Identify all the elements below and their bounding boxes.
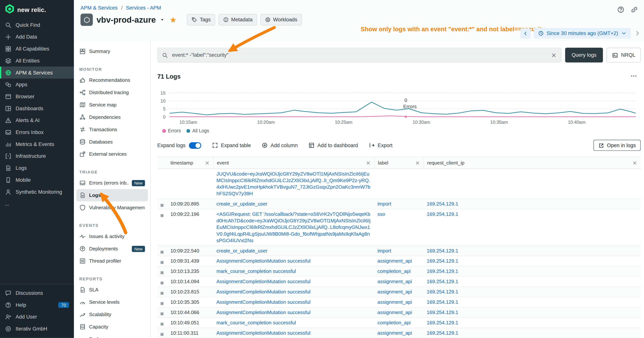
log-row[interactable]: 10:10:49.051 mark_course_completion succ… [157,318,641,328]
subnav-entry-reports[interactable]: REPORTS [76,274,148,284]
subnav-entry-monitor[interactable]: MONITOR [76,64,148,74]
subnav-entry-transactions[interactable]: Transactions [76,123,148,136]
log-label-link[interactable]: assignment_api [377,309,412,315]
subnav-entry-errors-errors-inb[interactable]: Errors (errors inb... New [76,177,148,189]
log-ip-link[interactable]: 169.254.129.1 [427,289,458,295]
subnav-entry-distributed-tracing[interactable]: Distributed tracing [76,86,148,99]
row-marker[interactable] [161,333,164,336]
sidebar-item-apps[interactable]: Apps [0,79,74,91]
remove-label-column-icon[interactable] [415,160,420,165]
row-marker[interactable] [161,282,164,284]
legend-item-all-logs[interactable]: All Logs [186,128,209,133]
log-event-link[interactable]: mark_course_completion successful [216,320,296,326]
log-event-link[interactable]: create_or_update_user [216,201,268,207]
log-row[interactable]: 10:10:23.815 AssignmentCompletionMutatio… [157,287,641,297]
subnav-entry-external-services[interactable]: External services [76,148,148,160]
clear-query-icon[interactable] [551,52,557,58]
log-row[interactable]: 10:10:14.094 AssignmentCompletionMutatio… [157,277,641,287]
log-label-link[interactable]: assignment_api [377,330,412,336]
log-ip-link[interactable]: 169.254.129.1 [427,330,458,336]
nrql-button[interactable]: NRQL [607,48,641,63]
breadcrumb-link-apm-services[interactable]: APM & Services [80,5,118,11]
row-marker[interactable] [161,251,164,254]
sidebar-footer-item-add-user[interactable]: Add User [0,311,74,323]
sidebar-item-apm-services[interactable]: APM & Services [0,67,74,79]
log-ip-link[interactable]: 169.254.129.1 [427,211,458,217]
sidebar-item-infrastructure[interactable]: Infrastructure [0,150,74,162]
open-in-logs-button[interactable]: Open in logs [593,140,641,151]
sidebar-item-browser[interactable]: Browser [0,90,74,102]
sidebar-item-[interactable]: ... [0,198,74,210]
log-event-link[interactable]: mark_course_completion successful [216,268,296,274]
log-row[interactable]: 10:09:22.196 <ASGIRequest: GET '/sso/cal… [157,209,641,246]
remove-ip-column-icon[interactable] [632,160,638,165]
log-event-link[interactable]: AssignmentCompletionMutation successful [216,279,310,284]
subnav-entry-logs[interactable]: Logs [76,189,148,201]
log-row[interactable]: 10:10:35.305 AssignmentCompletionMutatio… [157,297,641,307]
log-label-link[interactable]: completion_api [377,268,410,274]
remove-timestamp-column-icon[interactable] [204,160,210,165]
remove-event-column-icon[interactable] [366,160,371,165]
chart-more-menu-icon[interactable] [630,73,638,80]
pill-button-tags[interactable]: Tags [187,14,215,26]
log-label-link[interactable]: import [377,201,391,207]
row-marker[interactable] [161,204,164,207]
subnav-entry-dependencies[interactable]: Dependencies [76,111,148,123]
favorite-star-icon[interactable] [170,16,177,23]
log-query-input[interactable] [171,52,547,58]
log-event-link[interactable]: AssignmentCompletionMutation successful [216,289,310,295]
copy-link-icon[interactable] [630,6,638,14]
help-icon[interactable] [617,6,625,14]
subnav-entry-events[interactable]: EVENTS [76,220,148,230]
log-label-link[interactable]: assignment_api [377,299,412,305]
row-marker[interactable] [161,292,164,294]
log-row[interactable]: 10:09:22.540 create_or_update_user impor… [157,246,641,256]
log-ip-link[interactable]: 169.254.129.1 [427,309,458,315]
sidebar-footer-item-help[interactable]: Help 70 [0,299,74,311]
add-to-dashboard-button[interactable]: Add to dashboard [308,142,358,148]
sidebar-item-all-capabilities[interactable]: All Capabilities [0,43,74,55]
subnav-entry-performance[interactable]: Performance [76,333,148,338]
row-marker[interactable] [161,323,164,325]
log-event-link[interactable]: AssignmentCompletionMutation successful [216,258,310,264]
sidebar-item-synthetic-monitoring[interactable]: Synthetic Monitoring [0,186,74,198]
subnav-entry-service-levels[interactable]: Service levels [76,296,148,308]
export-button[interactable]: Export [368,142,392,148]
sidebar-item-logs[interactable]: Logs [0,162,74,174]
log-event-link[interactable]: AssignmentCompletionMutation successful [216,309,310,315]
sidebar-item-add-data[interactable]: Add Data [0,31,74,43]
new-relic-logo[interactable]: new relic. [0,0,74,19]
sidebar-item-quick-find[interactable]: Quick Find [0,19,74,31]
pill-button-metadata[interactable]: Metadata [218,14,257,26]
log-event-link[interactable]: <ASGIRequest: GET '/sso/callback/?state=… [216,211,370,243]
sidebar-item-metrics-events[interactable]: Metrics & Events [0,138,74,150]
log-label-link[interactable]: assignment_api [377,289,412,295]
log-row[interactable]: 10:09:31.439 AssignmentCompletionMutatio… [157,256,641,266]
breadcrumb-link-services-apm[interactable]: Services - APM [126,5,161,11]
subnav-entry-capacity[interactable]: Capacity [76,320,148,333]
subnav-entry-service-map[interactable]: Service map [76,99,148,111]
log-event-link[interactable]: JUQVU&code=eyJraWQiOiJjcGltY29yZV8wOTl1M… [216,171,370,196]
sidebar-footer-item-discussions[interactable]: Discussions [0,287,74,299]
subnav-entry-triage[interactable]: TRIAGE [76,167,148,177]
log-query-bar[interactable] [157,48,561,63]
query-logs-button[interactable]: Query logs [565,48,603,63]
sidebar-footer-item-iterativ-gmbh[interactable]: Iterativ GmbH [0,323,74,335]
subnav-entry-summary[interactable]: Summary [76,45,148,58]
expand-table-button[interactable]: Expand table [212,142,251,148]
expand-logs-toggle[interactable] [189,142,201,149]
log-event-link[interactable]: create_or_update_user [216,248,268,254]
log-ip-link[interactable]: 169.254.129.1 [427,268,458,274]
subnav-entry-sla[interactable]: SLA [76,284,148,296]
sidebar-item-dashboards[interactable]: Dashboards [0,102,74,114]
subnav-entry-vulnerability-management[interactable]: Vulnerability Management [76,201,148,214]
log-label-link[interactable]: completion_api [377,320,410,326]
sidebar-item-mobile[interactable]: Mobile [0,174,74,186]
row-marker[interactable] [161,214,164,217]
log-row[interactable]: 10:11:00.311 AssignmentCompletionMutatio… [157,328,641,338]
subnav-entry-scalability[interactable]: Scalability [76,308,148,320]
log-ip-link[interactable]: 169.254.129.1 [427,299,458,305]
log-event-link[interactable]: AssignmentCompletionMutation successful [216,330,310,336]
subnav-entry-thread-profiler[interactable]: Thread profiler [76,255,148,267]
log-row[interactable]: JUQVU&code=eyJraWQiOiJjcGltY29yZV8wOTl1M… [157,169,641,199]
